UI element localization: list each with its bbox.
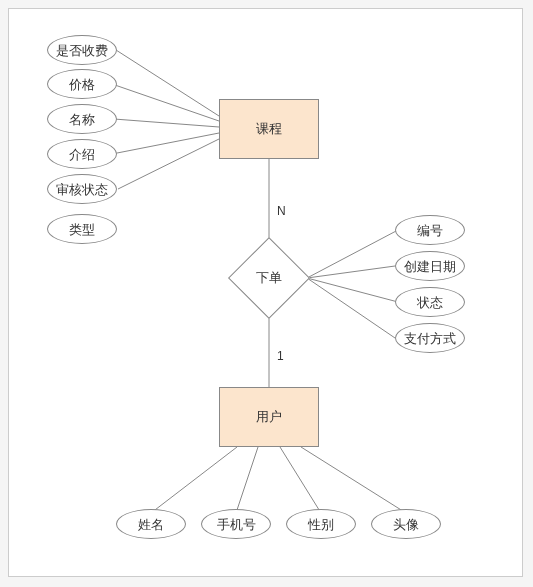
attr-label: 状态 <box>417 296 443 309</box>
entity-user[interactable]: 用户 <box>219 387 319 447</box>
attr-label: 编号 <box>417 224 443 237</box>
attr-label: 性别 <box>308 518 334 531</box>
attr-course-audit-status[interactable]: 审核状态 <box>47 174 117 204</box>
entity-user-label: 用户 <box>256 408 282 426</box>
attr-user-gender[interactable]: 性别 <box>286 509 356 539</box>
attr-label: 价格 <box>69 78 95 91</box>
svg-line-7 <box>307 230 398 278</box>
svg-line-3 <box>112 133 219 154</box>
svg-line-0 <box>116 50 219 116</box>
attr-order-status[interactable]: 状态 <box>395 287 465 317</box>
attr-order-id[interactable]: 编号 <box>395 215 465 245</box>
attr-label: 类型 <box>69 223 95 236</box>
attr-label: 名称 <box>69 113 95 126</box>
attr-label: 创建日期 <box>404 260 456 273</box>
attr-label: 姓名 <box>138 518 164 531</box>
entity-course[interactable]: 课程 <box>219 99 319 159</box>
svg-line-8 <box>307 266 395 278</box>
attr-order-created-date[interactable]: 创建日期 <box>395 251 465 281</box>
attr-course-intro[interactable]: 介绍 <box>47 139 117 169</box>
svg-line-13 <box>280 447 321 513</box>
svg-line-12 <box>236 447 258 513</box>
cardinality-user-side: 1 <box>277 349 284 363</box>
cardinality-course-side: N <box>277 204 286 218</box>
entity-course-label: 课程 <box>256 120 282 138</box>
svg-line-14 <box>301 447 406 513</box>
attr-label: 是否收费 <box>56 44 108 57</box>
relationship-order-label: 下单 <box>256 269 282 287</box>
svg-line-10 <box>307 278 395 338</box>
attr-label: 手机号 <box>217 518 256 531</box>
svg-line-2 <box>114 119 219 127</box>
er-diagram-canvas: 课程 用户 下单 N 1 是否收费 价格 名称 介绍 审核状态 类型 编号 创建… <box>8 8 523 577</box>
attr-label: 头像 <box>393 518 419 531</box>
svg-line-1 <box>112 84 219 121</box>
svg-line-11 <box>151 447 237 513</box>
attr-course-is-charged[interactable]: 是否收费 <box>47 35 117 65</box>
attr-course-type[interactable]: 类型 <box>47 214 117 244</box>
attr-label: 介绍 <box>69 148 95 161</box>
attr-user-name[interactable]: 姓名 <box>116 509 186 539</box>
attr-order-pay-method[interactable]: 支付方式 <box>395 323 465 353</box>
attr-user-avatar[interactable]: 头像 <box>371 509 441 539</box>
relationship-order[interactable]: 下单 <box>229 248 309 308</box>
svg-line-9 <box>307 278 398 302</box>
attr-course-price[interactable]: 价格 <box>47 69 117 99</box>
svg-line-4 <box>118 139 219 189</box>
attr-label: 审核状态 <box>56 183 108 196</box>
attr-user-phone[interactable]: 手机号 <box>201 509 271 539</box>
attr-label: 支付方式 <box>404 332 456 345</box>
attr-course-name[interactable]: 名称 <box>47 104 117 134</box>
